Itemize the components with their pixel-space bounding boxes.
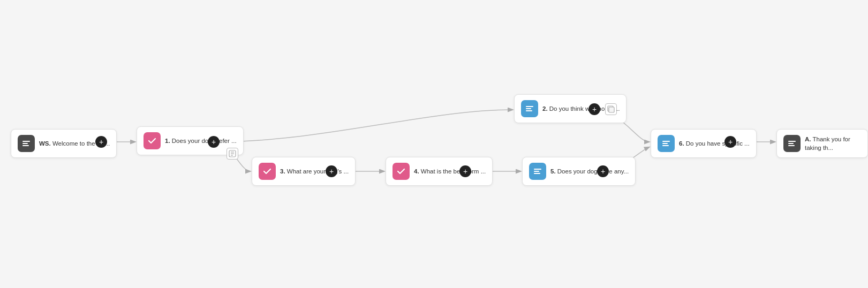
svg-rect-19 — [662, 145, 669, 146]
node-6: 6. Do you have specific ... — [651, 129, 757, 158]
n4-label: 4. What is the best form ... — [414, 167, 486, 176]
svg-rect-22 — [788, 145, 795, 146]
add-button-n2[interactable]: + — [588, 103, 600, 115]
node-3: 3. What are your dog's ... — [252, 157, 356, 186]
svg-rect-17 — [662, 141, 670, 142]
svg-rect-14 — [534, 169, 541, 170]
na-icon — [783, 135, 801, 152]
node-4: 4. What is the best form ... — [386, 157, 493, 186]
svg-rect-18 — [662, 143, 668, 144]
add-button-ws[interactable]: + — [95, 136, 107, 148]
n4-icon — [393, 163, 410, 180]
branch-icon-1[interactable] — [227, 148, 238, 160]
n6-icon — [658, 135, 675, 152]
n1-icon — [144, 132, 161, 149]
ws-icon — [18, 135, 35, 152]
svg-rect-16 — [534, 173, 540, 174]
n6-label: 6. Do you have specific ... — [679, 139, 750, 148]
n1-label: 1. Does your dog prefer ... — [165, 137, 237, 145]
svg-rect-6 — [22, 145, 29, 146]
add-button-n4[interactable]: + — [459, 165, 471, 177]
n3-icon — [259, 163, 276, 180]
n5-icon — [529, 163, 546, 180]
add-button-n6[interactable]: + — [724, 136, 736, 148]
branch-icon-2[interactable] — [605, 103, 617, 115]
svg-rect-24 — [609, 107, 614, 112]
svg-rect-5 — [22, 143, 28, 144]
svg-rect-11 — [526, 106, 533, 107]
na-label: A. Thank you for taking th... — [805, 135, 861, 152]
add-button-n1[interactable]: + — [208, 136, 220, 148]
svg-rect-13 — [526, 110, 532, 111]
node-5: 5. Does your dog have any... — [522, 157, 636, 186]
svg-rect-20 — [788, 141, 796, 142]
svg-rect-15 — [534, 171, 539, 172]
svg-rect-12 — [526, 108, 531, 109]
node-a: A. Thank you for taking th... — [776, 129, 868, 158]
svg-rect-4 — [22, 141, 30, 142]
n3-label: 3. What are your dog's ... — [280, 167, 349, 176]
svg-rect-21 — [788, 143, 794, 144]
add-button-n3[interactable]: + — [326, 165, 337, 177]
n5-label: 5. Does your dog have any... — [550, 167, 629, 176]
n2-icon — [521, 100, 538, 117]
add-button-n5[interactable]: + — [597, 165, 609, 177]
